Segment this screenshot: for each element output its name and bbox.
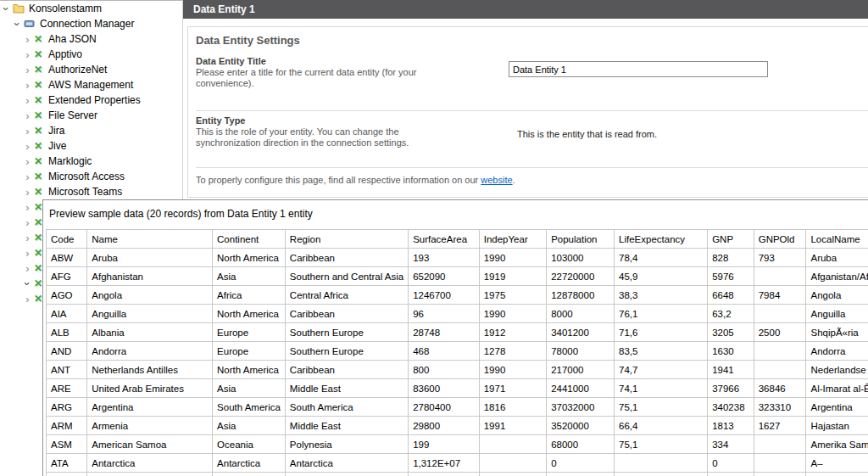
table-cell: Middle East	[285, 417, 408, 435]
table-cell	[754, 342, 806, 361]
table-row[interactable]: ASMAmerican SamoaOceaniaPolynesia1996800…	[47, 435, 868, 454]
column-header-continent[interactable]: Continent	[213, 230, 286, 249]
tree-item-konsolenstamm[interactable]: › Konsolenstamm	[0, 1, 182, 16]
column-header-localname[interactable]: LocalName	[806, 230, 868, 249]
tree-item-label: Marklogic	[48, 155, 92, 167]
table-cell: ALB	[47, 323, 87, 342]
table-cell: ANT	[47, 361, 87, 379]
column-header-code[interactable]: Code	[47, 230, 87, 249]
tree-item-microsoft-access[interactable]: ›✕Microsoft Access	[0, 169, 182, 184]
chevron-right-icon[interactable]: ›	[23, 249, 32, 258]
tree-item-extended-properties[interactable]: ›✕Extended Properties	[0, 92, 182, 108]
column-header-population[interactable]: Population	[547, 230, 615, 249]
column-header-surfacearea[interactable]: SurfaceArea	[409, 230, 480, 249]
table-row[interactable]: ABWArubaNorth AmericaCaribbean1931990103…	[47, 249, 868, 267]
table-cell: Caribbean	[285, 361, 408, 379]
table-cell: Antarctica	[87, 454, 213, 473]
column-header-gnpold[interactable]: GNPOld	[754, 230, 806, 249]
table-cell: Hajastan	[806, 417, 868, 435]
column-header-region[interactable]: Region	[285, 230, 408, 249]
table-cell: ASM	[47, 435, 87, 454]
chevron-right-icon[interactable]: ›	[23, 81, 32, 90]
preview-panel: Preview sample data (20 records) from Da…	[42, 199, 868, 476]
tree-item-jive[interactable]: ›✕Jive	[0, 138, 182, 154]
chevron-right-icon[interactable]: ›	[23, 142, 32, 151]
chevron-right-icon[interactable]: ›	[23, 50, 32, 59]
website-link[interactable]: website	[481, 175, 512, 185]
chevron-right-icon[interactable]: ›	[23, 218, 32, 227]
table-row[interactable]: AFGAfghanistanAsiaSouthern and Central A…	[47, 267, 868, 286]
chevron-down-icon[interactable]: ›	[2, 4, 11, 14]
table-row[interactable]: ANDAndorraEuropeSouthern Europe468127878…	[47, 342, 868, 361]
table-cell: AFG	[47, 267, 87, 286]
table-cell: ATA	[47, 454, 87, 473]
table-cell: United Arab Emirates	[87, 379, 213, 398]
chevron-right-icon[interactable]: ›	[23, 188, 32, 197]
chevron-down-icon[interactable]: ›	[13, 20, 22, 29]
tree-item-authorizenet[interactable]: ›✕AuthorizeNet	[0, 62, 182, 77]
tree-item-aws-management[interactable]: ›✕AWS Management	[0, 77, 182, 92]
tree-item-marklogic[interactable]: ›✕Marklogic	[0, 154, 182, 169]
tree-item-connection-manager[interactable]: › Connection Manager	[0, 16, 182, 31]
column-header-lifeexpectancy[interactable]: LifeExpectancy	[615, 230, 708, 249]
tree-item-jira[interactable]: ›✕Jira	[0, 123, 182, 138]
tree-item-label: Aha JSON	[48, 33, 97, 45]
table-cell: Antarctica	[213, 473, 286, 476]
tree-item-aha-json[interactable]: ›✕Aha JSON	[0, 31, 182, 47]
table-cell: 76,1	[615, 305, 708, 323]
tree-item-file-server[interactable]: ›✕File Server	[0, 108, 182, 123]
app-window: › Konsolenstamm › Connection Manager ›✕A…	[0, 0, 868, 476]
entity-title-input[interactable]	[509, 61, 768, 77]
table-row[interactable]: ALBAlbaniaEuropeSouthern Europe287481912…	[47, 323, 868, 342]
table-cell: Asia	[213, 417, 286, 435]
table-cell: Afghanistan	[87, 267, 213, 286]
chevron-right-icon[interactable]: ›	[23, 157, 32, 166]
table-cell: Andorra	[87, 342, 213, 361]
chevron-down-icon[interactable]: ›	[23, 279, 32, 288]
broken-connection-icon: ✕	[34, 156, 44, 166]
table-cell	[547, 473, 615, 476]
table-cell: 68000	[547, 435, 615, 454]
chevron-right-icon[interactable]: ›	[23, 126, 32, 136]
chevron-right-icon[interactable]: ›	[23, 65, 32, 75]
chevron-right-icon[interactable]: ›	[23, 96, 32, 105]
panel-title-bar: Data Entity 1	[183, 0, 868, 19]
table-row[interactable]: ANTNetherlands AntillesNorth AmericaCari…	[47, 361, 868, 379]
table-cell: Andorra	[806, 342, 868, 361]
footer-text: To properly configure this page, find al…	[196, 175, 481, 185]
chevron-right-icon[interactable]: ›	[23, 233, 32, 243]
table-cell: 800	[409, 361, 480, 379]
table-cell: Angola	[87, 286, 213, 305]
broken-connection-icon: ✕	[34, 110, 44, 120]
table-row[interactable]: ARMArmeniaAsiaMiddle East298001991352000…	[47, 417, 868, 435]
tree-item-apptivo[interactable]: ›✕Apptivo	[0, 47, 182, 62]
column-header-indepyear[interactable]: IndepYear	[479, 230, 546, 249]
table-cell: 1627	[754, 417, 806, 435]
table-cell: 5976	[708, 267, 754, 286]
column-header-name[interactable]: Name	[87, 230, 213, 249]
chevron-right-icon[interactable]: ›	[23, 111, 32, 120]
tree-item-microsoft-teams[interactable]: ›✕Microsoft Teams	[0, 184, 182, 199]
table-row[interactable]: AREUnited Arab EmiratesAsiaMiddle East83…	[47, 379, 868, 398]
table-cell: Antarctica	[285, 473, 408, 476]
table-cell	[754, 267, 806, 286]
table-row[interactable]: AIAAnguillaNorth AmericaCaribbean9619908…	[47, 305, 868, 323]
table-cell: 0	[547, 454, 615, 473]
table-row[interactable]: AGOAngolaAfricaCentral Africa12467001975…	[47, 286, 868, 305]
tree-item-label: Apptivo	[48, 48, 82, 60]
chevron-right-icon[interactable]: ›	[23, 203, 32, 212]
table-cell	[708, 473, 754, 476]
table-row[interactable]: ATFFrench Southern territoriesAntarctica…	[47, 473, 868, 476]
chevron-right-icon[interactable]: ›	[23, 264, 32, 273]
table-cell	[615, 454, 708, 473]
column-header-gnp[interactable]: GNP	[708, 230, 754, 249]
table-row[interactable]: ARGArgentinaSouth AmericaSouth America27…	[47, 398, 868, 417]
table-cell: Southern and Central Asia	[285, 267, 408, 286]
table-cell: Anguilla	[87, 305, 213, 323]
table-cell	[479, 435, 546, 454]
chevron-right-icon[interactable]: ›	[23, 294, 32, 304]
table-cell: Polynesia	[285, 435, 408, 454]
table-row[interactable]: ATAAntarcticaAntarcticaAntarctica1,312E+…	[47, 454, 868, 473]
chevron-right-icon[interactable]: ›	[23, 172, 32, 182]
chevron-right-icon[interactable]: ›	[23, 35, 32, 44]
